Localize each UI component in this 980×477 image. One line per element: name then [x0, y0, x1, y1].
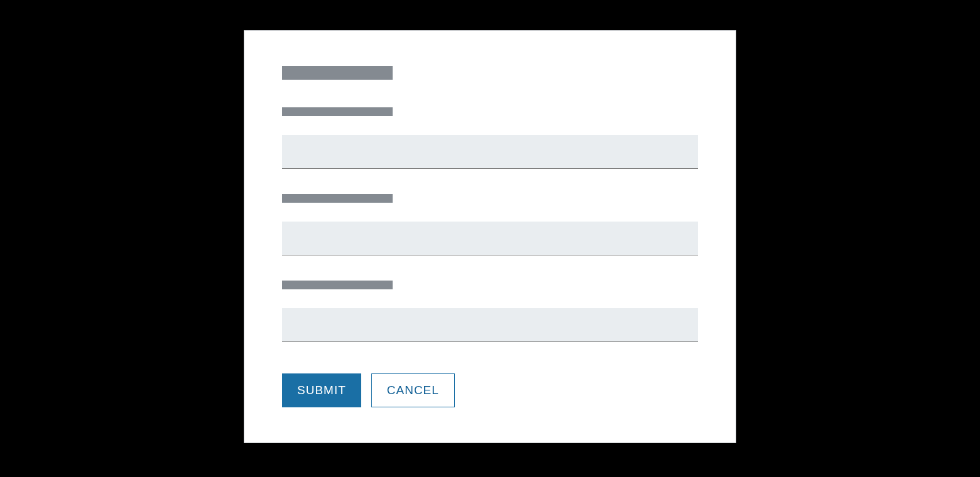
field-label-placeholder: [282, 281, 393, 289]
cancel-button[interactable]: CANCEL: [371, 373, 455, 407]
submit-button[interactable]: SUBMIT: [282, 373, 361, 407]
field-group-3: [282, 281, 698, 342]
field-input-1[interactable]: [282, 135, 698, 169]
form-title-placeholder: [282, 66, 393, 80]
field-group-1: [282, 107, 698, 169]
field-label-placeholder: [282, 194, 393, 203]
field-input-2[interactable]: [282, 222, 698, 255]
form-card: SUBMIT CANCEL: [244, 30, 736, 443]
button-row: SUBMIT CANCEL: [282, 373, 698, 407]
field-label-placeholder: [282, 107, 393, 116]
field-group-2: [282, 194, 698, 255]
field-input-3[interactable]: [282, 308, 698, 342]
